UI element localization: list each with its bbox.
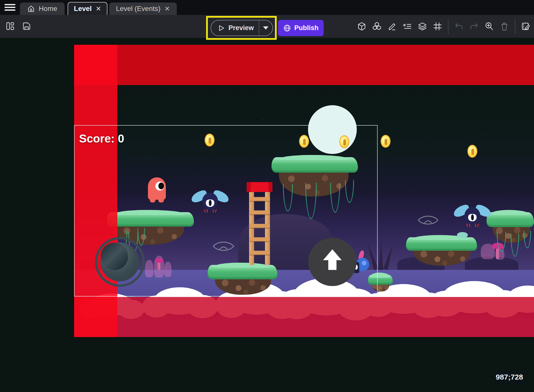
- tab-bar: Home Level ✕ Level (Events) ✕: [0, 0, 534, 15]
- menu-icon[interactable]: [4, 4, 16, 11]
- play-icon: [218, 24, 225, 32]
- preview-button[interactable]: Preview: [211, 20, 273, 36]
- save-icon[interactable]: [22, 21, 31, 31]
- publish-button[interactable]: Publish: [278, 20, 324, 36]
- toolbar: Preview Publish: [0, 15, 534, 38]
- globe-icon: [283, 24, 291, 32]
- toolbar-right-icons: [357, 18, 531, 34]
- coin[interactable]: [381, 135, 391, 148]
- red-zone-top: [74, 45, 534, 85]
- tab-home[interactable]: Home: [20, 2, 65, 15]
- tab-home-label: Home: [39, 5, 57, 13]
- preview-dropdown[interactable]: [259, 26, 272, 30]
- score-text: Score: 0: [79, 132, 124, 145]
- preview-label: Preview: [228, 24, 254, 32]
- undo-icon[interactable]: [454, 22, 464, 31]
- zoom-in-icon[interactable]: [485, 22, 494, 31]
- layout-icon[interactable]: [5, 21, 15, 31]
- coin[interactable]: [467, 145, 477, 158]
- bat-enemy[interactable]: [454, 202, 491, 230]
- jump-arrow-icon: [319, 246, 346, 277]
- tab-level-active[interactable]: Level ✕: [68, 2, 107, 15]
- divider: [515, 19, 515, 34]
- jump-button[interactable]: [308, 238, 356, 286]
- editor-canvas: Score: 0: [0, 38, 534, 392]
- tab-level-events[interactable]: Level (Events) ✕: [109, 2, 177, 15]
- stone: [457, 232, 468, 238]
- delete-icon[interactable]: [500, 22, 509, 31]
- preview-main[interactable]: Preview: [211, 24, 259, 32]
- close-icon[interactable]: ✕: [96, 5, 101, 12]
- red-zone-bottom: [74, 297, 534, 337]
- app-window: Home Level ✕ Level (Events) ✕: [0, 0, 534, 392]
- joystick[interactable]: [95, 237, 145, 287]
- cursor-coordinates: 987;728: [493, 371, 525, 384]
- edit-icon[interactable]: [387, 22, 397, 31]
- scene-viewport[interactable]: Score: 0: [74, 45, 534, 337]
- layers-icon[interactable]: [418, 22, 427, 31]
- home-icon: [27, 5, 35, 12]
- eye-decoration: [417, 214, 439, 226]
- divider: [448, 19, 448, 34]
- events-sheet-icon[interactable]: [521, 22, 531, 31]
- dark-plant: [380, 243, 398, 271]
- publish-label: Publish: [294, 24, 319, 32]
- objects-icon[interactable]: [372, 22, 382, 31]
- close-icon[interactable]: ✕: [165, 5, 170, 12]
- mushroom: [496, 248, 499, 259]
- tab-events-label: Level (Events): [116, 5, 161, 13]
- redo-icon[interactable]: [469, 22, 479, 31]
- add-object-icon[interactable]: [357, 22, 366, 31]
- tab-level-label: Level: [74, 5, 92, 13]
- grid-icon[interactable]: [433, 22, 442, 31]
- instances-icon[interactable]: [402, 22, 412, 31]
- caret-down-icon: [263, 26, 268, 30]
